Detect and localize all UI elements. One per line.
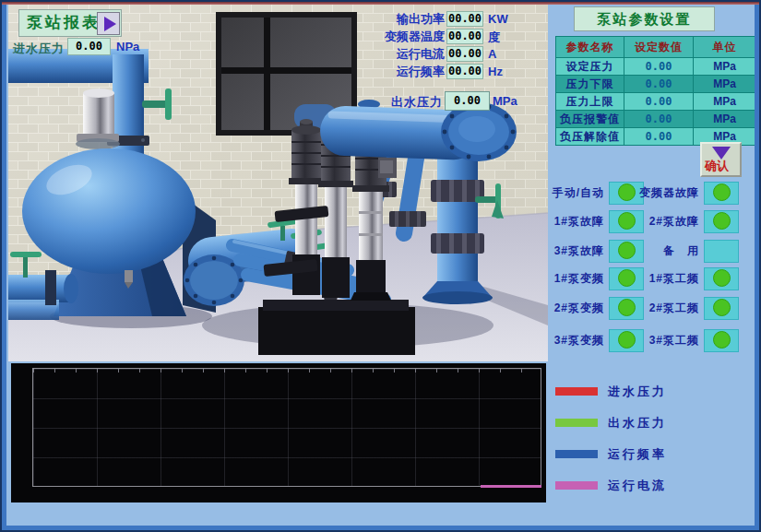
param-value-input[interactable]: 0.00 — [624, 76, 693, 92]
lamp-pump1-line — [704, 267, 739, 290]
play-icon — [104, 17, 116, 31]
output-power-value: 00.00 — [446, 11, 483, 27]
outlet-pressure-value: 0.00 — [445, 91, 490, 111]
param-unit: MPa — [694, 76, 755, 92]
status-label-pump3-vfd: 3#泵变频 — [541, 329, 604, 352]
legend-label-outlet: 出水压力 — [608, 415, 667, 432]
lamp-dot — [713, 331, 731, 349]
output-power-unit: KW — [488, 12, 508, 26]
top-accent-line — [2, 2, 759, 5]
param-unit: MPa — [694, 111, 755, 127]
status-label-spare: 备 用 — [625, 240, 699, 263]
legend-label-frequency: 运行频率 — [608, 446, 667, 463]
legend-swatch-frequency — [555, 450, 598, 458]
status-label-pump3-line: 3#泵工频 — [625, 329, 699, 352]
lamp-dot — [713, 212, 731, 230]
col-header-unit: 单位 — [694, 37, 755, 57]
status-label-pump2-fault: 2#泵故障 — [625, 210, 699, 233]
param-value-input[interactable]: 0.00 — [624, 111, 693, 127]
inverter-temp-unit: 度 — [488, 30, 500, 46]
param-value-input[interactable]: 0.00 — [624, 58, 693, 75]
status-label-pump1-line: 1#泵工频 — [625, 267, 699, 290]
run-current-unit: A — [488, 47, 496, 61]
run-current-value: 00.00 — [446, 46, 483, 62]
param-unit: MPa — [694, 58, 755, 75]
legend-swatch-outlet — [555, 419, 598, 427]
inlet-pressure-unit: NPa — [116, 40, 139, 53]
confirm-button[interactable]: 确认 — [700, 142, 742, 177]
inverter-temp-value: 00.00 — [446, 29, 483, 44]
outlet-pressure-label: 出水压力 — [373, 94, 443, 111]
param-name: 负压报警值 — [556, 111, 624, 127]
status-label-pump2-line: 2#泵工频 — [625, 297, 699, 320]
report-play-button[interactable] — [97, 12, 120, 35]
param-value-input[interactable]: 0.00 — [624, 128, 693, 145]
run-current-label: 运行电流 — [373, 46, 445, 63]
status-label-pump1-fault: 1#泵故障 — [541, 210, 604, 233]
legend-label-inlet: 进水压力 — [608, 384, 667, 400]
status-label-vfd-fault: 变频器故障 — [625, 182, 699, 205]
trend-plot-area — [32, 368, 541, 487]
status-label-pump2-vfd: 2#泵变频 — [541, 297, 604, 320]
lamp-pump3-line — [704, 329, 739, 352]
run-frequency-label: 运行频率 — [373, 64, 445, 80]
legend-label-current: 运行电流 — [608, 478, 667, 494]
param-name: 压力上限 — [556, 93, 624, 110]
status-label-pump1-vfd: 1#泵变频 — [541, 267, 604, 290]
confirm-label: 确认 — [705, 158, 729, 174]
run-current-trace — [481, 485, 541, 488]
inverter-temp-label: 变频器温度 — [373, 29, 445, 45]
param-name: 设定压力 — [556, 58, 624, 75]
lamp-dot — [713, 269, 731, 287]
settings-panel-title: 泵站参数设置 — [574, 6, 715, 31]
param-name: 负压解除值 — [556, 128, 624, 145]
output-power-label: 输出功率 — [373, 11, 445, 28]
settings-table: 参数名称 设定数值 单位 设定压力 0.00 MPa 压力下限 0.00 MPa… — [555, 36, 755, 146]
lamp-pump2-line — [704, 297, 739, 320]
col-header-value: 设定数值 — [624, 37, 693, 57]
legend-swatch-inlet — [555, 387, 598, 396]
trend-chart — [11, 363, 546, 502]
outlet-pressure-unit: MPa — [493, 94, 517, 108]
lamp-dot — [713, 299, 731, 316]
lamp-vfd-fault — [704, 182, 739, 205]
run-frequency-value: 00.00 — [446, 64, 483, 79]
lamp-pump2-fault — [704, 210, 739, 233]
inlet-pressure-label: 进水压力 — [13, 41, 65, 57]
status-label-manual-auto: 手动/自动 — [541, 182, 604, 205]
col-header-name: 参数名称 — [556, 37, 624, 57]
param-unit: MPa — [694, 93, 755, 110]
inlet-pressure-value: 0.00 — [67, 38, 111, 55]
param-value-input[interactable]: 0.00 — [624, 93, 693, 110]
run-frequency-unit: Hz — [488, 65, 503, 78]
param-name: 压力下限 — [556, 76, 624, 92]
legend-swatch-current — [555, 481, 598, 490]
hmi-screen: 泵站报表 进水压力 0.00 NPa 输出功率 00.00 KW 变频器温度 0… — [0, 0, 761, 532]
lamp-spare — [704, 240, 739, 263]
lamp-dot — [713, 183, 731, 201]
status-label-pump3-fault: 3#泵故障 — [541, 240, 604, 263]
